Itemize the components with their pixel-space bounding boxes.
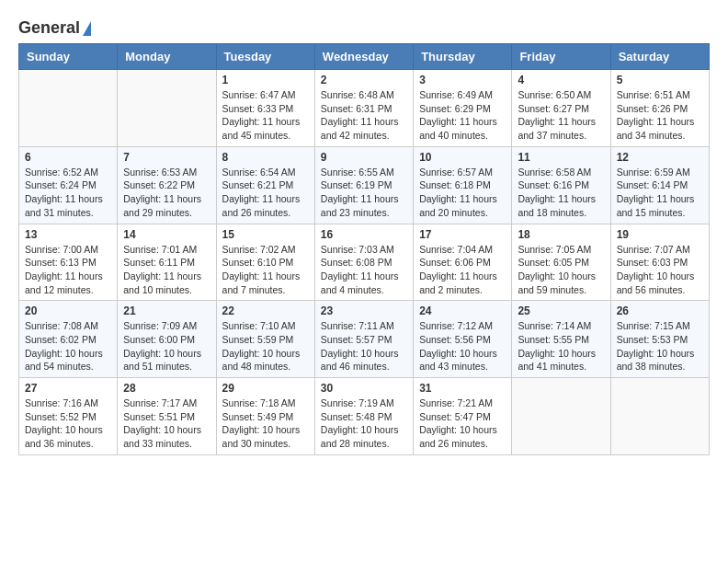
day-info: Sunrise: 6:58 AM Sunset: 6:16 PM Dayligh… xyxy=(518,166,604,220)
day-number: 19 xyxy=(617,228,703,241)
calendar-day-27: 27Sunrise: 7:16 AM Sunset: 5:52 PM Dayli… xyxy=(19,378,118,455)
calendar-empty-cell xyxy=(610,378,709,455)
calendar-day-28: 28Sunrise: 7:17 AM Sunset: 5:51 PM Dayli… xyxy=(118,378,216,455)
day-number: 18 xyxy=(518,228,604,241)
day-number: 23 xyxy=(321,304,407,317)
day-info: Sunrise: 7:19 AM Sunset: 5:48 PM Dayligh… xyxy=(321,396,407,451)
day-info: Sunrise: 7:04 AM Sunset: 6:06 PM Dayligh… xyxy=(419,243,506,297)
weekday-header-saturday: Saturday xyxy=(610,44,709,70)
day-info: Sunrise: 7:16 AM Sunset: 5:52 PM Dayligh… xyxy=(25,396,111,451)
day-number: 2 xyxy=(321,74,407,86)
day-info: Sunrise: 6:59 AM Sunset: 6:14 PM Dayligh… xyxy=(617,166,703,220)
calendar-day-7: 7Sunrise: 6:53 AM Sunset: 6:22 PM Daylig… xyxy=(118,146,216,224)
calendar-day-21: 21Sunrise: 7:09 AM Sunset: 6:00 PM Dayli… xyxy=(118,301,216,378)
calendar-day-12: 12Sunrise: 6:59 AM Sunset: 6:14 PM Dayli… xyxy=(610,146,709,224)
calendar-week-row: 1Sunrise: 6:47 AM Sunset: 6:33 PM Daylig… xyxy=(19,70,710,147)
calendar-day-11: 11Sunrise: 6:58 AM Sunset: 6:16 PM Dayli… xyxy=(512,146,610,224)
logo-arrow-icon xyxy=(83,21,91,36)
calendar-day-22: 22Sunrise: 7:10 AM Sunset: 5:59 PM Dayli… xyxy=(216,301,314,378)
day-number: 1 xyxy=(222,74,309,86)
weekday-header-wednesday: Wednesday xyxy=(314,44,413,70)
day-number: 27 xyxy=(25,382,111,395)
day-number: 29 xyxy=(222,382,309,395)
day-number: 9 xyxy=(321,151,407,164)
day-number: 4 xyxy=(518,74,604,86)
day-info: Sunrise: 6:55 AM Sunset: 6:19 PM Dayligh… xyxy=(321,166,407,220)
day-number: 17 xyxy=(419,228,506,241)
calendar-day-9: 9Sunrise: 6:55 AM Sunset: 6:19 PM Daylig… xyxy=(314,146,413,224)
calendar-day-13: 13Sunrise: 7:00 AM Sunset: 6:13 PM Dayli… xyxy=(19,224,118,301)
calendar-day-25: 25Sunrise: 7:14 AM Sunset: 5:55 PM Dayli… xyxy=(512,301,610,378)
day-info: Sunrise: 6:49 AM Sunset: 6:29 PM Dayligh… xyxy=(419,88,506,143)
day-info: Sunrise: 7:09 AM Sunset: 6:00 PM Dayligh… xyxy=(123,319,210,373)
day-number: 22 xyxy=(222,304,309,317)
calendar-week-row: 13Sunrise: 7:00 AM Sunset: 6:13 PM Dayli… xyxy=(19,224,710,301)
calendar-day-8: 8Sunrise: 6:54 AM Sunset: 6:21 PM Daylig… xyxy=(216,146,314,224)
calendar-day-3: 3Sunrise: 6:49 AM Sunset: 6:29 PM Daylig… xyxy=(414,70,512,147)
calendar-day-10: 10Sunrise: 6:57 AM Sunset: 6:18 PM Dayli… xyxy=(414,146,512,224)
day-info: Sunrise: 7:08 AM Sunset: 6:02 PM Dayligh… xyxy=(25,319,111,373)
day-number: 8 xyxy=(222,151,309,164)
day-number: 10 xyxy=(419,151,506,164)
day-info: Sunrise: 7:11 AM Sunset: 5:57 PM Dayligh… xyxy=(321,319,407,373)
day-info: Sunrise: 7:00 AM Sunset: 6:13 PM Dayligh… xyxy=(25,243,111,297)
calendar-table: SundayMondayTuesdayWednesdayThursdayFrid… xyxy=(18,43,710,455)
day-info: Sunrise: 7:05 AM Sunset: 6:05 PM Dayligh… xyxy=(518,243,604,297)
calendar-empty-cell xyxy=(118,70,216,147)
day-number: 14 xyxy=(123,228,210,241)
calendar-day-31: 31Sunrise: 7:21 AM Sunset: 5:47 PM Dayli… xyxy=(414,378,512,455)
calendar-day-24: 24Sunrise: 7:12 AM Sunset: 5:56 PM Dayli… xyxy=(414,301,512,378)
weekday-header-monday: Monday xyxy=(118,44,216,70)
calendar-week-row: 6Sunrise: 6:52 AM Sunset: 6:24 PM Daylig… xyxy=(19,146,710,224)
day-number: 5 xyxy=(617,74,703,86)
day-info: Sunrise: 7:15 AM Sunset: 5:53 PM Dayligh… xyxy=(617,319,703,373)
calendar-day-15: 15Sunrise: 7:02 AM Sunset: 6:10 PM Dayli… xyxy=(216,224,314,301)
calendar-day-6: 6Sunrise: 6:52 AM Sunset: 6:24 PM Daylig… xyxy=(19,146,118,224)
day-info: Sunrise: 7:10 AM Sunset: 5:59 PM Dayligh… xyxy=(222,319,309,373)
day-info: Sunrise: 7:18 AM Sunset: 5:49 PM Dayligh… xyxy=(222,396,309,451)
day-number: 16 xyxy=(321,228,407,241)
day-info: Sunrise: 7:17 AM Sunset: 5:51 PM Dayligh… xyxy=(123,396,210,451)
day-number: 21 xyxy=(123,304,210,317)
day-number: 24 xyxy=(419,304,506,317)
day-number: 3 xyxy=(419,74,506,86)
weekday-header-thursday: Thursday xyxy=(414,44,512,70)
calendar-day-26: 26Sunrise: 7:15 AM Sunset: 5:53 PM Dayli… xyxy=(610,301,709,378)
day-info: Sunrise: 6:51 AM Sunset: 6:26 PM Dayligh… xyxy=(617,88,703,143)
day-info: Sunrise: 7:02 AM Sunset: 6:10 PM Dayligh… xyxy=(222,243,309,297)
calendar-week-row: 20Sunrise: 7:08 AM Sunset: 6:02 PM Dayli… xyxy=(19,301,710,378)
calendar-day-29: 29Sunrise: 7:18 AM Sunset: 5:49 PM Dayli… xyxy=(216,378,314,455)
day-number: 28 xyxy=(123,382,210,395)
calendar-day-4: 4Sunrise: 6:50 AM Sunset: 6:27 PM Daylig… xyxy=(512,70,610,147)
day-info: Sunrise: 7:03 AM Sunset: 6:08 PM Dayligh… xyxy=(321,243,407,297)
day-info: Sunrise: 6:50 AM Sunset: 6:27 PM Dayligh… xyxy=(518,88,604,143)
calendar-day-14: 14Sunrise: 7:01 AM Sunset: 6:11 PM Dayli… xyxy=(118,224,216,301)
day-number: 7 xyxy=(123,151,210,164)
weekday-header-tuesday: Tuesday xyxy=(216,44,314,70)
day-info: Sunrise: 6:54 AM Sunset: 6:21 PM Dayligh… xyxy=(222,166,309,220)
day-number: 25 xyxy=(518,304,604,317)
weekday-header-sunday: Sunday xyxy=(19,44,118,70)
day-info: Sunrise: 7:12 AM Sunset: 5:56 PM Dayligh… xyxy=(419,319,506,373)
logo-general-text: General xyxy=(18,18,80,38)
day-number: 26 xyxy=(617,304,703,317)
calendar-day-17: 17Sunrise: 7:04 AM Sunset: 6:06 PM Dayli… xyxy=(414,224,512,301)
day-info: Sunrise: 6:48 AM Sunset: 6:31 PM Dayligh… xyxy=(321,88,407,143)
calendar-day-19: 19Sunrise: 7:07 AM Sunset: 6:03 PM Dayli… xyxy=(610,224,709,301)
day-number: 15 xyxy=(222,228,309,241)
calendar-empty-cell xyxy=(512,378,610,455)
calendar-day-2: 2Sunrise: 6:48 AM Sunset: 6:31 PM Daylig… xyxy=(314,70,413,147)
day-number: 6 xyxy=(25,151,111,164)
day-info: Sunrise: 6:52 AM Sunset: 6:24 PM Dayligh… xyxy=(25,166,111,220)
day-info: Sunrise: 7:21 AM Sunset: 5:47 PM Dayligh… xyxy=(419,396,506,451)
calendar-week-row: 27Sunrise: 7:16 AM Sunset: 5:52 PM Dayli… xyxy=(19,378,710,455)
calendar-day-23: 23Sunrise: 7:11 AM Sunset: 5:57 PM Dayli… xyxy=(314,301,413,378)
weekday-header-friday: Friday xyxy=(512,44,610,70)
page-header: General xyxy=(18,18,710,34)
day-number: 20 xyxy=(25,304,111,317)
calendar-day-20: 20Sunrise: 7:08 AM Sunset: 6:02 PM Dayli… xyxy=(19,301,118,378)
calendar-day-1: 1Sunrise: 6:47 AM Sunset: 6:33 PM Daylig… xyxy=(216,70,314,147)
day-number: 12 xyxy=(617,151,703,164)
day-info: Sunrise: 7:14 AM Sunset: 5:55 PM Dayligh… xyxy=(518,319,604,373)
calendar-empty-cell xyxy=(19,70,118,147)
